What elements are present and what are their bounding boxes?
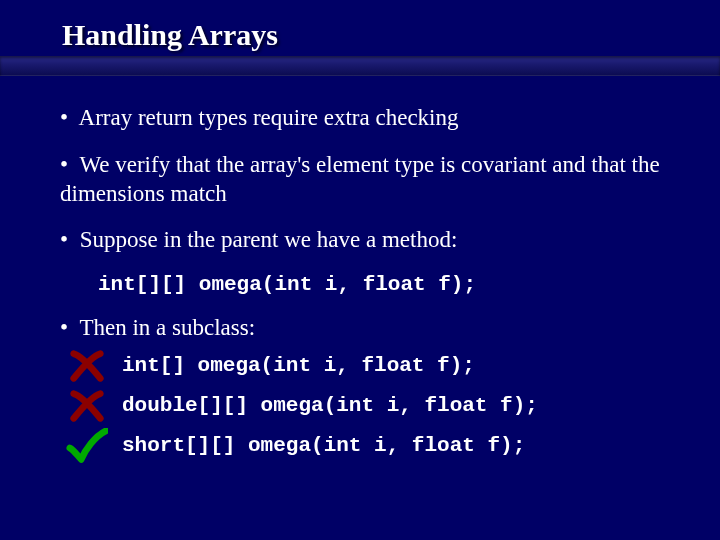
bullet-text: Array return types require extra checkin… — [79, 105, 459, 130]
bullet-text: Then in a subclass: — [79, 315, 255, 340]
cross-icon — [66, 349, 108, 383]
cross-icon — [66, 389, 108, 423]
code-text: int[] omega(int i, float f); — [122, 353, 475, 379]
bullet-item: • Then in a subclass: — [60, 314, 680, 343]
bullet-dot: • — [60, 152, 68, 177]
code-text: short[][] omega(int i, float f); — [122, 433, 525, 459]
slide-content: • Array return types require extra check… — [0, 76, 720, 463]
bullet-dot: • — [60, 105, 68, 130]
bullet-item: • We verify that the array's element typ… — [60, 151, 680, 209]
subclass-example-row: int[] omega(int i, float f); — [60, 349, 680, 383]
subclass-example-row: double[][] omega(int i, float f); — [60, 389, 680, 423]
code-text: double[][] omega(int i, float f); — [122, 393, 538, 419]
bullet-dot: • — [60, 227, 68, 252]
bullet-item: • Array return types require extra check… — [60, 104, 680, 133]
check-icon — [66, 429, 108, 463]
bullet-dot: • — [60, 315, 68, 340]
code-text: int[][] omega(int i, float f); — [98, 273, 476, 296]
parent-code-line: int[][] omega(int i, float f); — [60, 269, 680, 298]
bullet-text: We verify that the array's element type … — [60, 152, 660, 206]
subclass-example-row: short[][] omega(int i, float f); — [60, 429, 680, 463]
title-underline-bar — [0, 56, 720, 76]
title-area: Handling Arrays — [0, 0, 720, 52]
slide-title: Handling Arrays — [62, 18, 720, 52]
bullet-text: Suppose in the parent we have a method: — [80, 227, 457, 252]
bullet-item: • Suppose in the parent we have a method… — [60, 226, 680, 255]
